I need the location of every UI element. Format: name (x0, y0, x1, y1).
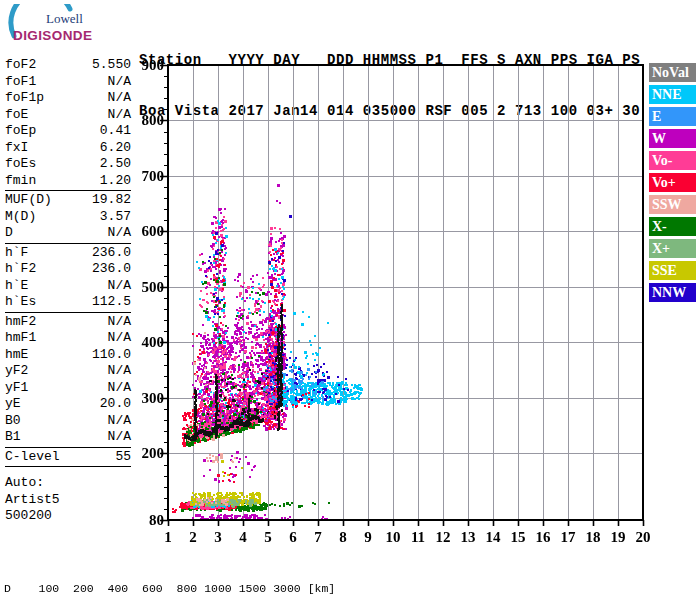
param-label: D (5, 225, 13, 242)
footer-info: D 100 200 400 600 800 1000 1500 3000 [km… (4, 556, 694, 600)
parameter-panel: foF25.550foF1N/AfoF1pN/AfoEN/AfoEp0.41fx… (5, 57, 131, 525)
param-label: h`E (5, 278, 28, 295)
param-value: 6.20 (100, 140, 131, 157)
param-label: fxI (5, 140, 28, 157)
param-row-foEs: foEs2.50 (5, 156, 131, 173)
param-value: N/A (108, 314, 131, 331)
param-row-yE: yE20.0 (5, 396, 131, 413)
lowell-digisonde-logo: Lowell DIGISONDE (6, 4, 126, 52)
param-value: 5.550 (92, 57, 131, 74)
y-axis-tick-label: 400 (128, 334, 164, 350)
param-row-h`F: h`F236.0 (5, 245, 131, 262)
logo-text-digisonde: DIGISONDE (13, 28, 92, 43)
param-row-foEp: foEp0.41 (5, 123, 131, 140)
param-label: foF1 (5, 74, 36, 91)
param-value: N/A (108, 429, 131, 446)
param-separator (5, 466, 131, 467)
y-axis-tick-label: 80 (128, 512, 164, 528)
param-row-MUF(D): MUF(D)19.82 (5, 192, 131, 209)
param-label: h`F (5, 245, 28, 262)
param-row-h`E: h`EN/A (5, 278, 131, 295)
param-value: 112.5 (92, 294, 131, 311)
autoscaling-line: 500200 (5, 508, 131, 525)
muf-distance-row: D 100 200 400 600 800 1000 1500 3000 [km… (4, 582, 694, 595)
param-separator (5, 190, 131, 191)
param-value: 3.57 (100, 209, 131, 226)
param-value: N/A (108, 90, 131, 107)
autoscaling-line: Artist5 (5, 492, 131, 509)
param-row-h`F2: h`F2236.0 (5, 261, 131, 278)
param-label: yF1 (5, 380, 28, 397)
param-value: 2.50 (100, 156, 131, 173)
param-row-C-level: C-level55 (5, 449, 131, 466)
param-row-foF2: foF25.550 (5, 57, 131, 74)
param-label: fmin (5, 173, 36, 190)
param-separator (5, 243, 131, 244)
param-value: 1.20 (100, 173, 131, 190)
param-value: N/A (108, 363, 131, 380)
param-row-yF2: yF2N/A (5, 363, 131, 380)
param-label: h`F2 (5, 261, 36, 278)
param-row-D: DN/A (5, 225, 131, 242)
logo-text-lowell: Lowell (46, 11, 83, 26)
param-row-fmin: fmin1.20 (5, 173, 131, 190)
param-row-hmF1: hmF1N/A (5, 330, 131, 347)
param-row-foF1p: foF1pN/A (5, 90, 131, 107)
y-axis-tick-label: 200 (128, 445, 164, 461)
param-label: foF1p (5, 90, 44, 107)
logo-arc-icon: Lowell DIGISONDE (6, 4, 126, 52)
y-axis-tick-label: 900 (128, 57, 164, 73)
param-value: 19.82 (92, 192, 131, 209)
param-value: 236.0 (92, 245, 131, 262)
param-label: M(D) (5, 209, 36, 226)
param-row-B1: B1N/A (5, 429, 131, 446)
param-label: hmF2 (5, 314, 36, 331)
param-label: B0 (5, 413, 21, 430)
y-axis-tick-label: 300 (128, 390, 164, 406)
param-value: N/A (108, 74, 131, 91)
param-separator (5, 447, 131, 448)
param-label: B1 (5, 429, 21, 446)
param-value: 20.0 (100, 396, 131, 413)
param-label: C-level (5, 449, 60, 466)
param-label: foEp (5, 123, 36, 140)
autoscaling-info: Auto:Artist5500200 (5, 475, 131, 525)
param-row-foF1: foF1N/A (5, 74, 131, 91)
y-axis-tick-label: 700 (128, 168, 164, 184)
param-label: foE (5, 107, 28, 124)
param-row-h`Es: h`Es112.5 (5, 294, 131, 311)
param-label: foEs (5, 156, 36, 173)
param-value: 110.0 (92, 347, 131, 364)
param-row-yF1: yF1N/A (5, 380, 131, 397)
x-axis-tick-label: 20 (628, 529, 658, 545)
param-row-fxI: fxI6.20 (5, 140, 131, 157)
param-label: h`Es (5, 294, 36, 311)
param-row-hmE: hmE110.0 (5, 347, 131, 364)
param-value: 236.0 (92, 261, 131, 278)
param-label: foF2 (5, 57, 36, 74)
param-value: 0.41 (100, 123, 131, 140)
y-axis-tick-label: 600 (128, 223, 164, 239)
param-label: MUF(D) (5, 192, 52, 209)
param-row-M(D): M(D)3.57 (5, 209, 131, 226)
ionogram-app: { "logo": {"top": "Lowell", "bottom": "D… (0, 0, 700, 600)
ionogram-plot (130, 58, 690, 558)
param-row-B0: B0N/A (5, 413, 131, 430)
param-label: hmE (5, 347, 28, 364)
param-label: hmF1 (5, 330, 36, 347)
autoscaling-line: Auto: (5, 475, 131, 492)
y-axis-tick-label: 800 (128, 112, 164, 128)
param-label: yF2 (5, 363, 28, 380)
param-separator (5, 312, 131, 313)
param-row-foE: foEN/A (5, 107, 131, 124)
param-row-hmF2: hmF2N/A (5, 314, 131, 331)
param-label: yE (5, 396, 21, 413)
param-value: N/A (108, 413, 131, 430)
y-axis-tick-label: 500 (128, 279, 164, 295)
